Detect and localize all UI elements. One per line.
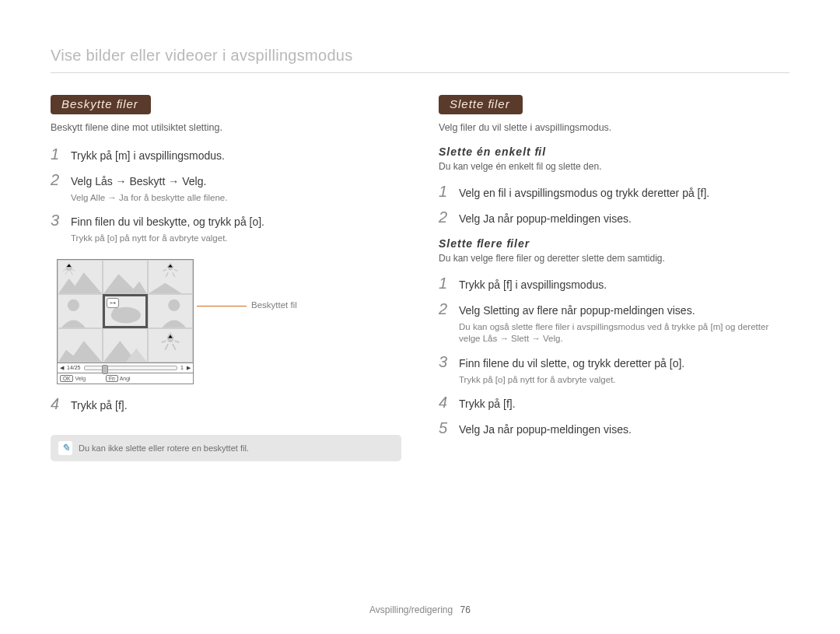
step: 2 Velg Sletting av ﬂere når popup-meldin… — [439, 300, 789, 345]
callout-line — [197, 306, 247, 306]
step-number: 4 — [439, 394, 451, 412]
thumb — [103, 260, 148, 294]
step-number: 3 — [439, 353, 451, 371]
angi-label: Angi — [120, 376, 131, 381]
thumb-counter: 14/25 — [67, 365, 81, 370]
right-column: Slette ﬁler Velg ﬁler du vil slette i av… — [439, 95, 789, 461]
step-subtext: Trykk på [o] på nytt for å avbryte valge… — [71, 233, 401, 245]
step-subtext: Du kan også slette ﬂere ﬁler i avspillin… — [459, 321, 789, 345]
svg-point-4 — [113, 307, 124, 314]
content-columns: Beskytte ﬁler Beskytt ﬁlene dine mot uti… — [51, 95, 789, 461]
footer: Avspilling/redigering 76 — [0, 604, 840, 615]
step-text: Velg Ja når popup-meldingen vises. — [459, 212, 789, 226]
delete-intro: Velg ﬁler du vil slette i avspillingsmod… — [439, 122, 789, 133]
step-text: Velg en ﬁl i avspillingsmodus og trykk d… — [459, 186, 789, 201]
step: 3 Finn ﬁlen du vil beskytte, og trykk på… — [51, 212, 401, 244]
step-number: 2 — [439, 300, 451, 318]
svg-point-2 — [68, 299, 79, 311]
lock-icon: ⊶ — [107, 298, 119, 308]
step-text: Velg Sletting av ﬂere når popup-meldinge… — [459, 303, 789, 318]
subheading-single: Slette én enkelt ﬁl — [439, 145, 789, 158]
step-subtext: Velg Alle → Ja for å beskytte alle ﬁlene… — [71, 192, 401, 205]
info-icon: ✎ — [58, 441, 72, 455]
thumb — [148, 260, 193, 294]
thumb — [103, 328, 148, 363]
step-text: Velg Lås → Beskytt → Velg. — [71, 174, 401, 189]
step-number: 1 — [51, 145, 63, 163]
nav-left-icon: ◀ — [60, 365, 64, 371]
step-number: 1 — [439, 275, 451, 292]
button-row: OK Velg Fn Angi — [57, 373, 194, 384]
step: 2 Velg Lås → Beskytt → Velg. Velg Alle →… — [51, 171, 401, 204]
step: 1 Velg en ﬁl i avspillingsmodus og trykk… — [439, 183, 789, 201]
step: 1 Trykk på [m] i avspillingsmodus. — [51, 145, 401, 163]
step-text: Finn ﬁlen du vil beskytte, og trykk på [… — [71, 215, 401, 229]
velg-label: Velg — [75, 376, 86, 381]
footer-section: Avspilling/redigering — [369, 604, 453, 615]
thumb — [58, 294, 103, 328]
nav-right-icon: ▶ — [187, 365, 191, 371]
thumb — [148, 294, 193, 328]
illustration-wrap: ⊶ — [57, 259, 401, 384]
thumbnail-grid-illustration: ⊶ — [57, 259, 194, 384]
thumb — [58, 328, 103, 363]
step-number: 1 — [439, 183, 451, 201]
step: 4 Trykk på [f]. — [439, 394, 789, 412]
step-text: Finn ﬁlene du vil slette, og trykk deret… — [459, 356, 789, 371]
step-number: 3 — [51, 212, 63, 229]
step-number: 2 — [439, 208, 451, 226]
left-column: Beskytte ﬁler Beskytt ﬁlene dine mot uti… — [51, 95, 401, 461]
callout-label: Beskyttet ﬁl — [251, 300, 297, 310]
slider — [84, 366, 178, 370]
fn-button-label: Fn — [106, 375, 118, 382]
protect-intro: Beskytt ﬁlene dine mot utilsiktet sletti… — [51, 122, 401, 133]
thumb — [58, 260, 103, 294]
ctrl-bar: ◀ 14/25 1 ▶ — [57, 363, 194, 373]
section-heading-delete: Slette ﬁler — [439, 95, 523, 114]
step-number: 5 — [439, 419, 451, 437]
step-text: Velg Ja når popup-meldingen vises. — [459, 422, 789, 437]
step-text: Trykk på [m] i avspillingsmodus. — [71, 149, 401, 163]
step: 2 Velg Ja når popup-meldingen vises. — [439, 208, 789, 226]
thumb-one: 1 — [180, 365, 184, 370]
subheading-multi: Slette ﬂere ﬁler — [439, 237, 789, 250]
step-number: 4 — [51, 395, 63, 413]
info-text: Du kan ikke slette eller rotere en besky… — [79, 443, 249, 453]
svg-point-5 — [168, 299, 180, 311]
step: 1 Trykk på [f] i avspillingsmodus. — [439, 275, 789, 292]
page-number: 76 — [460, 604, 471, 615]
step: 5 Velg Ja når popup-meldingen vises. — [439, 419, 789, 437]
step: 3 Finn ﬁlene du vil slette, og trykk der… — [439, 353, 789, 386]
multi-intro: Du kan velge ﬂere ﬁler og deretter slett… — [439, 253, 789, 264]
step-number: 2 — [51, 171, 63, 189]
step: 4 Trykk på [f]. — [51, 395, 401, 413]
single-intro: Du kan velge én enkelt ﬁl og slette den. — [439, 161, 789, 172]
step-subtext: Trykk på [o] på nytt for å avbryte valge… — [459, 374, 789, 387]
step-text: Trykk på [f]. — [459, 397, 789, 412]
thumb — [148, 328, 193, 363]
section-heading-protect: Beskytte ﬁler — [51, 95, 151, 114]
page-title: Vise bilder eller videoer i avspillingsm… — [51, 47, 789, 73]
info-box: ✎ Du kan ikke slette eller rotere en bes… — [51, 435, 401, 461]
step-text: Trykk på [f] i avspillingsmodus. — [459, 278, 789, 292]
step-text: Trykk på [f]. — [71, 398, 401, 413]
ok-button-label: OK — [60, 375, 73, 382]
thumb-selected: ⊶ — [103, 294, 148, 328]
